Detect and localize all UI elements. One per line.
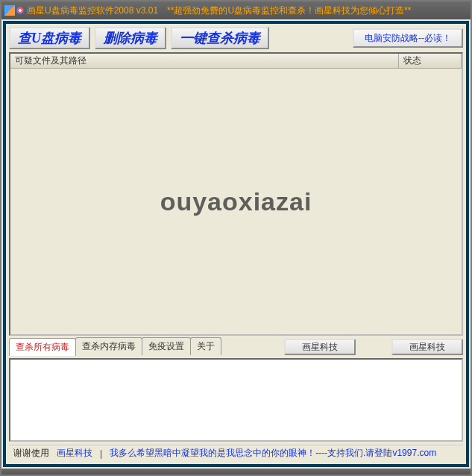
list-header: 可疑文件及其路径 状态 <box>10 54 462 69</box>
title-text: 画星U盘病毒监控软件2008 v3.01 **超强劲免费的U盘病毒监控和查杀！画… <box>27 4 411 17</box>
statusbar: 谢谢使用 画星科技 | 我多么希望黑暗中凝望我的是我思念中的你的眼神！----支… <box>9 445 463 461</box>
app-window: 画星U盘病毒监控软件2008 v3.01 **超强劲免费的U盘病毒监控和查杀！画… <box>0 0 472 476</box>
tab-content-area <box>9 358 463 442</box>
tab-3[interactable]: 关于 <box>190 337 221 355</box>
status-message: 我多么希望黑暗中凝望我的是我思念中的你的眼神！----支持我们.请登陆v1997… <box>110 447 436 460</box>
delete-virus-button[interactable]: 删除病毒 <box>95 27 166 49</box>
main-toolbar: 查U盘病毒 删除病毒 一键查杀病毒 电脑安防战略--必读！ <box>9 27 463 49</box>
tab-2[interactable]: 免疫设置 <box>142 337 191 355</box>
titlebar[interactable]: 画星U盘病毒监控软件2008 v3.01 **超强劲免费的U盘病毒监控和查杀！画… <box>1 1 471 19</box>
tab-1[interactable]: 查杀内存病毒 <box>75 337 142 355</box>
huaxing-button-1[interactable]: 画星科技 <box>284 339 356 355</box>
column-header-status[interactable]: 状态 <box>399 54 462 68</box>
list-body[interactable]: ouyaoxiazai <box>10 69 462 334</box>
window-bottom-border <box>1 469 471 475</box>
scan-usb-button[interactable]: 查U盘病毒 <box>9 27 90 49</box>
app-icon <box>4 5 24 16</box>
results-list: 可疑文件及其路径 状态 ouyaoxiazai <box>9 52 463 336</box>
status-divider: | <box>100 448 102 459</box>
huaxing-button-2[interactable]: 画星科技 <box>391 339 463 355</box>
status-company-link[interactable]: 画星科技 <box>57 447 92 460</box>
tabs-row: 查杀所有病毒查杀内存病毒免疫设置关于 画星科技 画星科技 <box>9 339 463 355</box>
security-guide-button[interactable]: 电脑安防战略--必读！ <box>353 28 463 48</box>
watermark-text: ouyaoxiazai <box>160 187 312 216</box>
status-thanks: 谢谢使用 <box>13 447 49 460</box>
column-header-path[interactable]: 可疑文件及其路径 <box>10 54 399 68</box>
one-click-scan-button[interactable]: 一键查杀病毒 <box>171 27 269 49</box>
client-area: 查U盘病毒 删除病毒 一键查杀病毒 电脑安防战略--必读！ 可疑文件及其路径 状… <box>3 21 469 467</box>
tab-0[interactable]: 查杀所有病毒 <box>9 338 76 356</box>
